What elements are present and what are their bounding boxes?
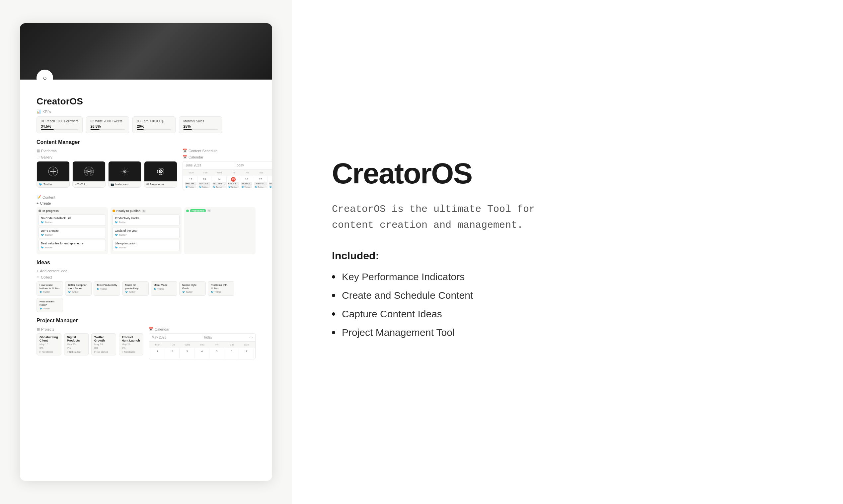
calendar-day[interactable]: 5	[210, 348, 224, 358]
calendar-days-header: Mon Tue Wed Thu Fri Sat Sun	[149, 342, 255, 348]
calendar-day[interactable]: 16 Product... 🐦 Twitter	[240, 176, 253, 189]
project-manager-layout: ▦ Projects Ghostwriting Client May 15 0%…	[36, 327, 256, 359]
content-board-section: 📝 Content + Create In progress	[36, 195, 256, 254]
kpi-card: 02 Write 2000 Tweets 26.8%	[86, 116, 129, 133]
calendar-day[interactable]: 1	[150, 348, 165, 358]
calendar-day[interactable]: 2	[165, 348, 180, 358]
calendar-days-header: Mon Tue Wed Thu Fri Sat Sun	[183, 169, 272, 176]
project-item[interactable]: Twitter Growth May 28 0% ▷ Not started	[91, 333, 116, 356]
nav-arrows[interactable]: ‹ ›	[250, 336, 253, 339]
platform-card-newsletter[interactable]: ✉ Newsletter	[144, 161, 177, 188]
calendar-day[interactable]: 6	[225, 348, 239, 358]
board-card[interactable]: Goals of the year 🐦 Twitter	[113, 227, 180, 238]
calendar-day[interactable]: 13 Don't Sn... 🐦 Twitter	[198, 176, 211, 189]
create-btn[interactable]: + Create	[36, 201, 256, 205]
ideas-grid: How to use buttons in Notion 🐦 Twitter B…	[36, 281, 256, 312]
platform-img-twitter	[37, 161, 69, 181]
idea-card[interactable]: How to learn Notion 🐦 Twitter	[36, 298, 63, 312]
feature-list: Key Performance Indicators Create and Sc…	[332, 271, 803, 345]
idea-card[interactable]: Problems with Notion 🐦 Twitter	[208, 281, 234, 296]
kpi-value: 26.8%	[90, 124, 125, 128]
project-calendar: May 2023 Today ‹ › Mon Tue Wed Thu Fri S…	[149, 333, 256, 359]
kpi-value: 34.5%	[41, 124, 78, 128]
project-status: ▷ Not started	[122, 350, 141, 353]
platform-card-tiktok[interactable]: ♪ TikTok	[72, 161, 105, 188]
count-badge: 4	[207, 209, 211, 212]
board-card[interactable]: No Code Substack List 🐦 Twitter	[38, 215, 106, 226]
bullet-icon	[332, 331, 335, 334]
platform-label: ♪ TikTok	[73, 181, 105, 187]
idea-title: Music for productivity	[125, 284, 146, 290]
project-status: ▷ Not started	[67, 350, 86, 353]
board-card[interactable]: Life optimization 🐦 Twitter	[113, 240, 180, 251]
board-card[interactable]: Best websites for entrepreneurs 🐦 Twitte…	[38, 240, 106, 251]
feature-label: Key Performance Indicators	[342, 271, 465, 283]
project-title: Digital Products	[67, 336, 86, 342]
ideas-section: Ideas + Add content idea ⊙ Collect How t…	[36, 259, 256, 312]
platforms-gallery: 🐦 Twitter	[36, 161, 177, 188]
idea-title: Problems with Notion	[211, 284, 231, 290]
platform-card-instagram[interactable]: 📷 Instagram	[108, 161, 141, 188]
day-name: Sat	[254, 170, 268, 175]
day-name: Tue	[198, 170, 212, 175]
idea-title: Notion Style Guide	[182, 284, 203, 290]
calendar-day[interactable]: 14 No Code ... 🐦 Twitter	[212, 176, 226, 189]
project-manager-title: Project Manager	[36, 318, 256, 324]
platform-card-twitter[interactable]: 🐦 Twitter	[36, 161, 70, 188]
calendar-day[interactable]: 18 Notion 101 🐦 Twitter	[268, 176, 272, 189]
project-date: May 28	[94, 343, 113, 346]
app-description: CreatorOS is the ultimate Tool forconten…	[332, 201, 564, 233]
card-title: Life optimization	[115, 242, 177, 245]
project-item[interactable]: Product Hunt Launch May 29 0% ▷ Not star…	[119, 333, 144, 356]
calendar-day[interactable]: 4	[195, 348, 209, 358]
today-btn[interactable]: Today	[235, 163, 244, 167]
idea-card[interactable]: Better Sleep for more Focus 🐦 Twitter	[65, 281, 91, 296]
today-btn[interactable]: Today	[204, 336, 212, 339]
calendar-day[interactable]: 3	[180, 348, 194, 358]
project-item[interactable]: Digital Products May 25 0% ▷ Not started	[64, 333, 89, 356]
kpi-section: 📊 KPI's 01 Reach 1000 Followers 34.5% 02…	[36, 109, 256, 133]
card-title: Best websites for entrepreneurs	[41, 242, 104, 245]
grid-icon: ▦	[36, 148, 40, 153]
count-badge: 3	[142, 210, 146, 213]
svg-point-1	[53, 171, 54, 172]
idea-card[interactable]: Monk Mode 🐦 Twitter	[151, 281, 177, 296]
content-manager-section: Content Manager ▦ Platforms ⊞ Gallery	[36, 139, 256, 254]
board-card[interactable]: Don't Snooze 🐦 Twitter	[38, 227, 106, 238]
add-idea-btn[interactable]: + Add content idea	[36, 269, 256, 273]
col-name: Ready to publish	[117, 209, 141, 213]
platform-label: 🐦 Twitter	[37, 181, 69, 187]
svg-point-6	[88, 171, 90, 172]
kpi-card: 03 Earn +10.000$ 20%	[133, 116, 176, 133]
calendar-day[interactable]: 12 Best we... 🐦 Twitter	[184, 176, 197, 189]
idea-tag: 🐦 Twitter	[125, 291, 146, 293]
day-name: Mon	[184, 170, 198, 175]
bullet-icon	[332, 275, 335, 278]
col-indicator	[113, 210, 115, 212]
gallery-icon: ⊞	[36, 155, 39, 159]
idea-card[interactable]: Notion Style Guide 🐦 Twitter	[179, 281, 206, 296]
calendar-day-today[interactable]: 15 Life opti... 🐦 Twitter	[227, 176, 240, 189]
kpi-card: Monthly Sales 25%	[179, 116, 222, 133]
idea-card[interactable]: How to use buttons in Notion 🐦 Twitter	[36, 281, 63, 296]
calendar-day[interactable]: 17 Goals of ... 🐦 Twitter	[254, 176, 268, 189]
project-item[interactable]: Ghostwriting Client May 15 0% ▷ Not star…	[36, 333, 62, 356]
feature-label: Project Management Tool	[342, 327, 455, 338]
platform-img-instagram	[108, 161, 141, 181]
card-title: No Code Substack List	[41, 217, 104, 220]
card-tag: 🐦 Twitter	[41, 221, 104, 224]
idea-tag: 🐦 Twitter	[97, 288, 117, 290]
day-name: Sun	[268, 170, 272, 175]
idea-card[interactable]: Toxic Productivity 🐦 Twitter	[93, 281, 120, 296]
board-col-ready: Ready to publish 3 Productivity Hacks 🐦 …	[110, 207, 182, 254]
projects-label: ▦ Projects	[36, 327, 143, 331]
idea-tag: 🐦 Twitter	[154, 288, 174, 290]
idea-card[interactable]: Music for productivity 🐦 Twitter	[122, 281, 149, 296]
content-manager-title: Content Manager	[36, 139, 256, 145]
calendar-day[interactable]: 7	[239, 348, 254, 358]
project-cal-month: May 2023	[152, 336, 166, 339]
card-tag: 🐦 Twitter	[41, 246, 104, 249]
card-tag: 🐦 Twitter	[115, 233, 177, 236]
bullet-icon	[332, 294, 335, 297]
board-card[interactable]: Productivity Hacks 🐦 Twitter	[113, 215, 180, 226]
